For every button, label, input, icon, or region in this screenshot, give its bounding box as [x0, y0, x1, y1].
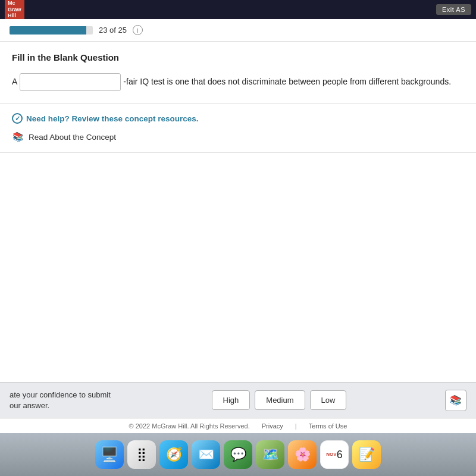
question-section: Fill in the Blank Question A -fair IQ te…: [0, 42, 476, 104]
help-section: ✓ Need help? Review these concept resour…: [0, 104, 476, 153]
read-concept-label: Read About the Concept: [29, 133, 116, 142]
copyright-text: © 2022 McGraw Hill. All Rights Reserved.: [129, 422, 250, 430]
progress-bar-fill: [10, 26, 86, 35]
confidence-prompt: ate your confidence to submit our answer…: [10, 390, 117, 411]
book-icon: 📚: [12, 131, 24, 143]
copyright-bar: © 2022 McGraw Hill. All Rights Reserved.…: [0, 418, 476, 433]
dock-notes[interactable]: 📝: [352, 440, 381, 469]
notebook-icon-button[interactable]: 📚: [445, 390, 466, 411]
question-body: A -fair IQ test is one that does not dis…: [12, 73, 464, 91]
help-toggle[interactable]: ✓ Need help? Review these concept resour…: [12, 113, 464, 124]
dock-photos[interactable]: 🌸: [288, 440, 317, 469]
question-suffix: -fair IQ test is one that does not discr…: [123, 74, 451, 89]
main-content: Fill in the Blank Question A -fair IQ te…: [0, 42, 476, 382]
dock-calendar[interactable]: NOV 6: [320, 440, 349, 469]
dock-messages[interactable]: 💬: [224, 440, 252, 469]
top-bar: Mc Graw Hill Exit AS: [0, 0, 476, 19]
question-type-label: Fill in the Blank Question: [12, 52, 464, 62]
dock-launchpad[interactable]: ⣿: [127, 440, 156, 469]
empty-content-area: [0, 153, 476, 382]
dock-mail[interactable]: ✉️: [192, 440, 220, 469]
mcgraw-hill-logo: Mc Graw Hill: [5, 0, 24, 20]
help-toggle-label: Need help? Review these concept resource…: [26, 114, 199, 123]
calendar-day: 6: [337, 449, 343, 460]
dock-finder[interactable]: 🖥️: [95, 440, 124, 469]
dock-safari[interactable]: 🧭: [159, 440, 188, 469]
progress-bar: [10, 26, 93, 35]
exit-button[interactable]: Exit AS: [436, 4, 471, 15]
confidence-buttons: High Medium Low: [212, 390, 347, 410]
confidence-low-button[interactable]: Low: [310, 390, 347, 410]
terms-link[interactable]: Terms of Use: [309, 422, 347, 430]
answer-input[interactable]: [20, 73, 121, 91]
copyright-separator: |: [295, 422, 297, 430]
calendar-month: NOV: [326, 452, 336, 457]
info-icon[interactable]: i: [133, 25, 143, 35]
dock-maps[interactable]: 🗺️: [256, 440, 284, 469]
confidence-medium-button[interactable]: Medium: [255, 390, 305, 410]
chevron-down-icon: ✓: [12, 113, 23, 124]
read-concept-link[interactable]: 📚 Read About the Concept: [12, 131, 464, 143]
bottom-footer: ate your confidence to submit our answer…: [0, 382, 476, 418]
question-prefix: A: [12, 74, 17, 89]
confidence-high-button[interactable]: High: [212, 390, 250, 410]
progress-area: 23 of 25 i: [0, 19, 476, 42]
privacy-link[interactable]: Privacy: [262, 422, 283, 430]
progress-text: 23 of 25: [99, 26, 127, 35]
macos-dock: 🖥️ ⣿ 🧭 ✉️ 💬 🗺️ 🌸 NOV 6 📝: [0, 433, 476, 476]
